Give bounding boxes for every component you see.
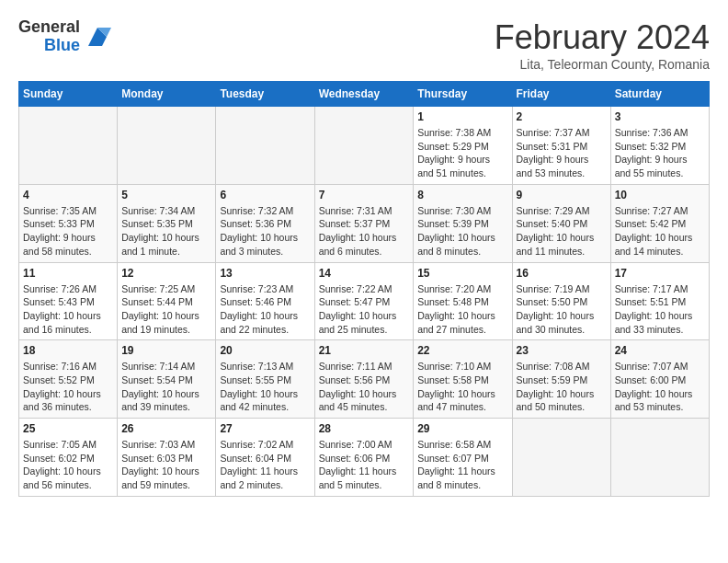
calendar-week-row: 1Sunrise: 7:38 AM Sunset: 5:29 PM Daylig… bbox=[19, 107, 710, 185]
day-info: Sunrise: 7:25 AM Sunset: 5:44 PM Dayligh… bbox=[121, 282, 211, 337]
calendar-day-cell: 5Sunrise: 7:34 AM Sunset: 5:35 PM Daylig… bbox=[118, 184, 216, 262]
calendar-day-cell: 7Sunrise: 7:31 AM Sunset: 5:37 PM Daylig… bbox=[314, 184, 414, 262]
day-number: 23 bbox=[517, 344, 607, 357]
day-info: Sunrise: 7:11 AM Sunset: 5:56 PM Dayligh… bbox=[319, 360, 410, 414]
day-info: Sunrise: 7:17 AM Sunset: 5:51 PM Dayligh… bbox=[615, 282, 705, 337]
calendar-week-row: 11Sunrise: 7:26 AM Sunset: 5:43 PM Dayli… bbox=[19, 262, 710, 340]
day-info: Sunrise: 7:00 AM Sunset: 6:06 PM Dayligh… bbox=[319, 438, 410, 492]
page-header: General Blue February 2024 Lita, Teleorm… bbox=[18, 18, 710, 72]
calendar-day-cell bbox=[216, 107, 314, 185]
calendar-day-cell: 25Sunrise: 7:05 AM Sunset: 6:02 PM Dayli… bbox=[19, 419, 118, 497]
calendar-week-row: 18Sunrise: 7:16 AM Sunset: 5:52 PM Dayli… bbox=[19, 340, 710, 419]
day-number: 6 bbox=[220, 189, 310, 201]
day-number: 1 bbox=[417, 110, 507, 123]
weekday-header-cell: Friday bbox=[512, 82, 610, 107]
day-info: Sunrise: 7:13 AM Sunset: 5:55 PM Dayligh… bbox=[220, 360, 310, 414]
calendar-day-cell: 14Sunrise: 7:22 AM Sunset: 5:47 PM Dayli… bbox=[314, 262, 414, 340]
day-number: 2 bbox=[517, 110, 607, 123]
day-number: 26 bbox=[121, 422, 211, 435]
day-info: Sunrise: 7:27 AM Sunset: 5:42 PM Dayligh… bbox=[615, 204, 705, 259]
calendar-day-cell: 29Sunrise: 6:58 AM Sunset: 6:07 PM Dayli… bbox=[414, 419, 512, 497]
calendar-day-cell: 15Sunrise: 7:20 AM Sunset: 5:48 PM Dayli… bbox=[414, 262, 512, 340]
day-number: 18 bbox=[23, 344, 113, 357]
day-number: 25 bbox=[23, 422, 113, 435]
day-number: 13 bbox=[220, 267, 310, 280]
weekday-header-cell: Wednesday bbox=[314, 82, 414, 107]
day-number: 4 bbox=[23, 189, 113, 201]
day-info: Sunrise: 7:37 AM Sunset: 5:31 PM Dayligh… bbox=[517, 126, 607, 180]
day-number: 21 bbox=[319, 344, 410, 357]
day-number: 16 bbox=[517, 267, 607, 280]
calendar-day-cell: 1Sunrise: 7:38 AM Sunset: 5:29 PM Daylig… bbox=[414, 107, 512, 185]
weekday-header-cell: Thursday bbox=[414, 82, 512, 107]
calendar-day-cell: 28Sunrise: 7:00 AM Sunset: 6:06 PM Dayli… bbox=[314, 419, 414, 497]
day-number: 14 bbox=[319, 267, 410, 280]
day-info: Sunrise: 7:29 AM Sunset: 5:40 PM Dayligh… bbox=[517, 204, 607, 259]
day-info: Sunrise: 7:22 AM Sunset: 5:47 PM Dayligh… bbox=[319, 282, 410, 337]
calendar-day-cell bbox=[314, 107, 414, 185]
calendar-day-cell: 10Sunrise: 7:27 AM Sunset: 5:42 PM Dayli… bbox=[610, 184, 709, 262]
day-info: Sunrise: 7:38 AM Sunset: 5:29 PM Dayligh… bbox=[417, 126, 507, 180]
logo-icon bbox=[84, 23, 111, 51]
calendar-day-cell: 21Sunrise: 7:11 AM Sunset: 5:56 PM Dayli… bbox=[314, 340, 414, 419]
calendar-day-cell: 24Sunrise: 7:07 AM Sunset: 6:00 PM Dayli… bbox=[610, 340, 709, 419]
logo-text-blue: Blue bbox=[44, 37, 80, 55]
weekday-header-row: SundayMondayTuesdayWednesdayThursdayFrid… bbox=[19, 82, 710, 107]
calendar-day-cell: 18Sunrise: 7:16 AM Sunset: 5:52 PM Dayli… bbox=[19, 340, 118, 419]
day-info: Sunrise: 7:08 AM Sunset: 5:59 PM Dayligh… bbox=[517, 360, 607, 414]
calendar-day-cell: 17Sunrise: 7:17 AM Sunset: 5:51 PM Dayli… bbox=[610, 262, 709, 340]
logo: General Blue bbox=[18, 18, 111, 55]
weekday-header-cell: Tuesday bbox=[216, 82, 314, 107]
calendar-day-cell: 26Sunrise: 7:03 AM Sunset: 6:03 PM Dayli… bbox=[118, 419, 216, 497]
day-number: 28 bbox=[319, 422, 410, 435]
day-info: Sunrise: 7:20 AM Sunset: 5:48 PM Dayligh… bbox=[417, 282, 507, 337]
location-subtitle: Lita, Teleorman County, Romania bbox=[495, 57, 710, 72]
day-number: 29 bbox=[417, 422, 507, 435]
title-area: February 2024 Lita, Teleorman County, Ro… bbox=[495, 18, 710, 72]
day-number: 7 bbox=[319, 189, 410, 201]
calendar-day-cell: 12Sunrise: 7:25 AM Sunset: 5:44 PM Dayli… bbox=[118, 262, 216, 340]
calendar-day-cell bbox=[118, 107, 216, 185]
calendar-table: SundayMondayTuesdayWednesdayThursdayFrid… bbox=[18, 81, 710, 497]
day-info: Sunrise: 7:07 AM Sunset: 6:00 PM Dayligh… bbox=[615, 360, 705, 414]
calendar-body: 1Sunrise: 7:38 AM Sunset: 5:29 PM Daylig… bbox=[19, 107, 710, 497]
day-info: Sunrise: 7:30 AM Sunset: 5:39 PM Dayligh… bbox=[417, 204, 507, 259]
calendar-week-row: 4Sunrise: 7:35 AM Sunset: 5:33 PM Daylig… bbox=[19, 184, 710, 262]
calendar-day-cell: 19Sunrise: 7:14 AM Sunset: 5:54 PM Dayli… bbox=[118, 340, 216, 419]
day-info: Sunrise: 7:26 AM Sunset: 5:43 PM Dayligh… bbox=[23, 282, 113, 337]
day-info: Sunrise: 7:19 AM Sunset: 5:50 PM Dayligh… bbox=[517, 282, 607, 337]
day-number: 12 bbox=[121, 267, 211, 280]
weekday-header-cell: Sunday bbox=[19, 82, 118, 107]
calendar-day-cell: 13Sunrise: 7:23 AM Sunset: 5:46 PM Dayli… bbox=[216, 262, 314, 340]
calendar-day-cell: 22Sunrise: 7:10 AM Sunset: 5:58 PM Dayli… bbox=[414, 340, 512, 419]
day-number: 22 bbox=[417, 344, 507, 357]
calendar-day-cell bbox=[512, 419, 610, 497]
calendar-day-cell: 23Sunrise: 7:08 AM Sunset: 5:59 PM Dayli… bbox=[512, 340, 610, 419]
weekday-header-cell: Saturday bbox=[610, 82, 709, 107]
logo-text-general: General bbox=[18, 18, 80, 37]
calendar-day-cell: 20Sunrise: 7:13 AM Sunset: 5:55 PM Dayli… bbox=[216, 340, 314, 419]
day-info: Sunrise: 7:16 AM Sunset: 5:52 PM Dayligh… bbox=[23, 360, 113, 414]
day-number: 10 bbox=[615, 189, 705, 201]
day-number: 17 bbox=[615, 267, 705, 280]
day-info: Sunrise: 7:32 AM Sunset: 5:36 PM Dayligh… bbox=[220, 204, 310, 259]
day-info: Sunrise: 7:31 AM Sunset: 5:37 PM Dayligh… bbox=[319, 204, 410, 259]
day-info: Sunrise: 7:10 AM Sunset: 5:58 PM Dayligh… bbox=[417, 360, 507, 414]
day-info: Sunrise: 7:34 AM Sunset: 5:35 PM Dayligh… bbox=[121, 204, 211, 259]
day-info: Sunrise: 7:23 AM Sunset: 5:46 PM Dayligh… bbox=[220, 282, 310, 337]
day-number: 19 bbox=[121, 344, 211, 357]
day-info: Sunrise: 7:03 AM Sunset: 6:03 PM Dayligh… bbox=[121, 438, 211, 492]
day-number: 3 bbox=[615, 110, 705, 123]
day-number: 5 bbox=[121, 189, 211, 201]
day-number: 8 bbox=[417, 189, 507, 201]
day-number: 11 bbox=[23, 267, 113, 280]
day-number: 27 bbox=[220, 422, 310, 435]
calendar-day-cell bbox=[610, 419, 709, 497]
month-title: February 2024 bbox=[495, 18, 710, 57]
calendar-day-cell: 11Sunrise: 7:26 AM Sunset: 5:43 PM Dayli… bbox=[19, 262, 118, 340]
calendar-day-cell: 2Sunrise: 7:37 AM Sunset: 5:31 PM Daylig… bbox=[512, 107, 610, 185]
day-info: Sunrise: 7:14 AM Sunset: 5:54 PM Dayligh… bbox=[121, 360, 211, 414]
calendar-day-cell: 3Sunrise: 7:36 AM Sunset: 5:32 PM Daylig… bbox=[610, 107, 709, 185]
day-number: 20 bbox=[220, 344, 310, 357]
day-info: Sunrise: 7:02 AM Sunset: 6:04 PM Dayligh… bbox=[220, 438, 310, 492]
